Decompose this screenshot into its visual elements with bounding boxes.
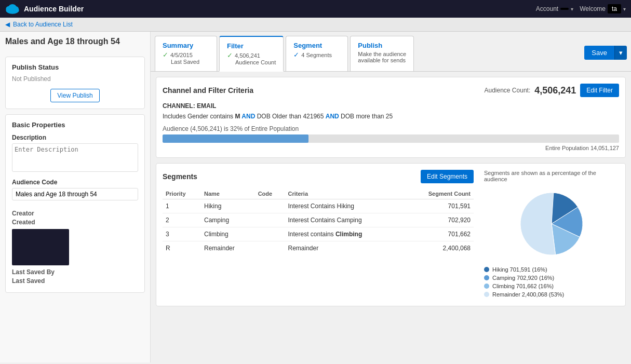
criteria-text1: Includes Gender contains <box>163 113 233 120</box>
table-row: 3 Climbing Interest contains Climbing 70… <box>163 227 474 241</box>
col-code: Code <box>255 188 285 199</box>
channel-label: CHANNEL: EMAIL <box>163 102 619 110</box>
cell-count: 702,920 <box>402 213 474 227</box>
legend-item: Climbing 701,662 (16%) <box>484 283 619 289</box>
criteria-text: Includes Gender contains M AND DOB Older… <box>163 113 619 120</box>
description-input[interactable] <box>12 143 138 172</box>
legend-label: Climbing 701,662 (16%) <box>492 283 554 289</box>
account-dropdown-icon[interactable]: ▾ <box>571 6 573 12</box>
cell-code <box>255 241 285 255</box>
tab-segment-sub: ✓ 4 Segments <box>293 51 340 59</box>
criteria-text2: DOB Older than 421965 <box>257 113 326 120</box>
tab-publish-sub2: available for sends <box>358 57 406 63</box>
breadcrumb: ◀ Back to Audience List <box>0 18 631 32</box>
audience-code-input[interactable] <box>12 188 138 200</box>
edit-filter-button[interactable]: Edit Filter <box>580 84 619 97</box>
segments-left: Segments Edit Segments Priority Name Cod… <box>163 170 474 300</box>
filter-header-row: Channel and Filter Criteria Audience Cou… <box>163 84 619 97</box>
tab-segment-label: Segment <box>293 42 340 49</box>
audience-count-label: Audience Count: <box>485 87 531 94</box>
last-saved-by-key-label: Last Saved By <box>12 268 55 276</box>
filter-section: Channel and Filter Criteria Audience Cou… <box>156 77 626 158</box>
criteria-and2: AND <box>326 113 341 120</box>
last-saved-key-label: Last Saved <box>12 277 53 285</box>
tab-summary-icon: ✓ <box>163 51 168 59</box>
back-to-audience-list-link[interactable]: Back to Audience List <box>13 21 73 28</box>
save-dropdown-button[interactable]: ▾ <box>614 46 627 60</box>
basic-properties-section: Basic Properties Description Audience Co… <box>5 114 145 293</box>
cell-code <box>255 199 285 213</box>
pie-note: Segments are shown as a percentage of th… <box>484 170 619 182</box>
left-sidebar: Males and Age 18 through 54 Publish Stat… <box>0 32 151 362</box>
cell-name: Camping <box>201 213 255 227</box>
population-bar-area: Audience (4,506,241) is 32% of Entire Po… <box>163 125 619 151</box>
welcome-dropdown-icon[interactable]: ▾ <box>623 6 626 12</box>
cell-count: 2,400,068 <box>402 241 474 255</box>
top-nav: Audience Builder Account ▾ Welcome ta ▾ <box>0 0 631 18</box>
criteria-and1: AND <box>241 113 255 120</box>
table-row: R Remainder Remainder 2,400,068 <box>163 241 474 255</box>
cell-name: Climbing <box>201 227 255 241</box>
tab-publish-sub1: Make the audience <box>358 51 406 57</box>
table-row: 1 Hiking Interest Contains Hiking 701,59… <box>163 199 474 213</box>
tab-segment-count: 4 Segments <box>301 52 332 58</box>
legend-dot <box>484 267 489 272</box>
content-area: Channel and Filter Criteria Audience Cou… <box>151 72 631 312</box>
tab-publish[interactable]: Publish Make the audience available for … <box>350 36 414 71</box>
segments-title: Segments <box>163 172 197 181</box>
tab-filter-label: Filter <box>227 42 276 50</box>
welcome-value: ta <box>608 4 621 14</box>
tab-filter[interactable]: Filter ✓ 4,506,241 Audience Count <box>219 36 284 72</box>
legend-item: Remainder 2,400,068 (53%) <box>484 291 619 298</box>
legend-dot <box>484 275 489 280</box>
pie-chart <box>515 187 588 260</box>
tab-filter-count: 4,506,241 <box>235 52 260 59</box>
pie-chart-container <box>484 187 619 260</box>
cell-priority: 2 <box>163 213 201 227</box>
legend-dot <box>484 284 489 289</box>
description-label: Description <box>12 134 138 141</box>
segments-header-row: Segments Edit Segments <box>163 170 474 183</box>
save-button[interactable]: Save <box>584 46 614 60</box>
col-count: Segment Count <box>402 188 474 199</box>
entire-pop-row: Entire Population 14,051,127 <box>163 145 619 151</box>
creator-key-label: Creator <box>12 210 53 217</box>
cell-code <box>255 227 285 241</box>
legend-dot <box>484 292 489 297</box>
view-publish-button[interactable]: View Publish <box>50 89 99 102</box>
segments-table-header: Priority Name Code Criteria Segment Coun… <box>163 188 474 199</box>
tab-publish-label: Publish <box>358 42 406 49</box>
population-label: Audience (4,506,241) is 32% of Entire Po… <box>163 125 619 132</box>
audience-count-display: Audience Count: 4,506,241 Edit Filter <box>485 84 620 97</box>
save-area: Save ▾ <box>584 36 627 71</box>
population-bar-fill <box>163 134 308 143</box>
segments-table: Priority Name Code Criteria Segment Coun… <box>163 188 474 255</box>
cell-name: Remainder <box>201 241 255 255</box>
tab-filter-sub: ✓ 4,506,241 <box>227 51 276 59</box>
publish-status-title: Publish Status <box>12 63 138 71</box>
cell-count: 701,591 <box>402 199 474 213</box>
publish-status-section: Publish Status Not Published View Publis… <box>5 57 145 109</box>
tab-publish-text1: Make the audience <box>358 51 406 57</box>
basic-properties-title: Basic Properties <box>12 121 138 129</box>
tab-summary[interactable]: Summary ✓ 4/5/2015 Last Saved <box>155 36 217 71</box>
edit-segments-button[interactable]: Edit Segments <box>421 170 474 183</box>
audience-title: Males and Age 18 through 54 <box>5 37 145 50</box>
svg-point-3 <box>8 4 16 11</box>
legend-item: Hiking 701,591 (16%) <box>484 266 619 273</box>
tab-filter-icon: ✓ <box>227 51 233 59</box>
entire-pop-value: 14,051,127 <box>590 145 619 151</box>
legend-item: Camping 702,920 (16%) <box>484 275 619 281</box>
account-label: Account <box>536 5 558 12</box>
tab-filter-sub2: Audience Count <box>235 59 276 65</box>
cell-count: 701,662 <box>402 227 474 241</box>
created-key-label: Created <box>12 219 53 226</box>
cell-priority: 1 <box>163 199 201 213</box>
cell-criteria: Interest contains Climbing <box>285 227 403 241</box>
breadcrumb-arrow-icon: ◀ <box>5 21 10 28</box>
cell-criteria: Interest Contains Hiking <box>285 199 403 213</box>
app-title: Audience Builder <box>24 5 84 13</box>
tab-segment[interactable]: Segment ✓ 4 Segments <box>286 36 348 71</box>
criteria-text3: DOB more than 25 <box>341 113 393 120</box>
welcome-label: Welcome <box>580 5 606 12</box>
